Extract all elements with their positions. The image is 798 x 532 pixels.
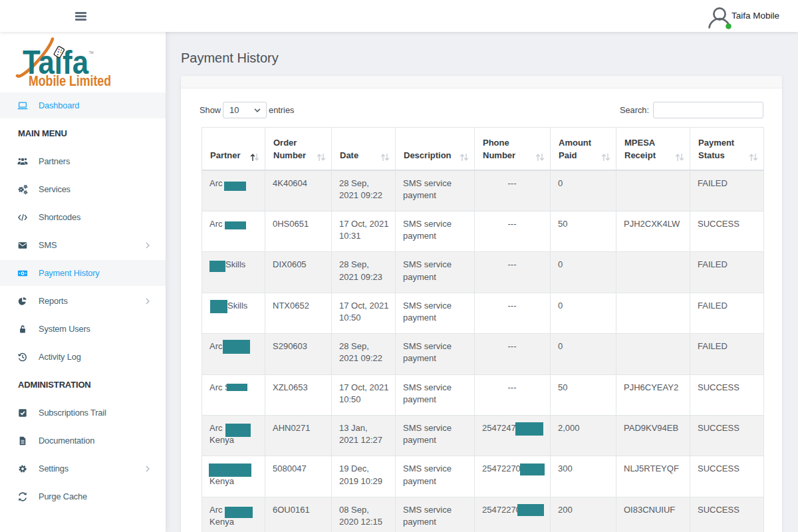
svg-text:Mobile Limited: Mobile Limited: [29, 72, 111, 89]
svg-text:TM: TM: [89, 51, 94, 55]
